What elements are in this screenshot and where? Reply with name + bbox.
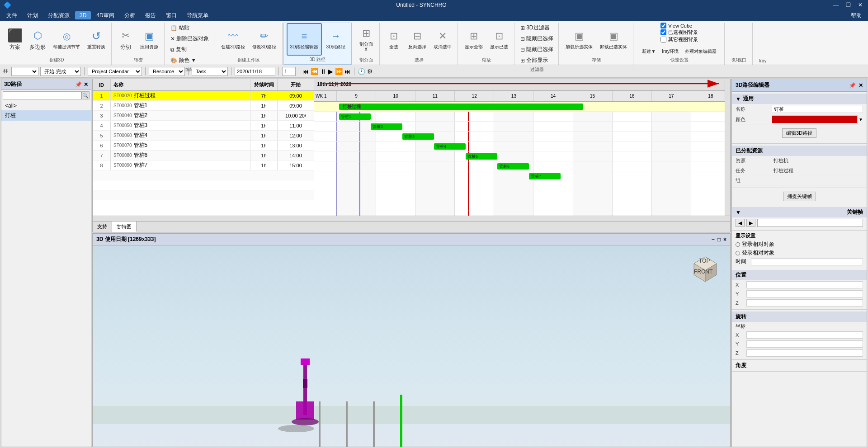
- col-dropdown[interactable]: [11, 67, 38, 76]
- gantt-bar-3[interactable]: 管桩3: [402, 133, 434, 140]
- btn-copy[interactable]: ⧉ 复制: [168, 44, 211, 55]
- close-button[interactable]: ✕: [856, 2, 864, 8]
- play-fwd-btn[interactable]: ⏩: [335, 68, 343, 75]
- btn-select-all[interactable]: ⊡ 全选: [383, 23, 404, 56]
- btn-load-sel-solid[interactable]: ▣ 加载所选实体: [562, 23, 596, 56]
- btn-cancel-select[interactable]: ✕ 取消选中: [430, 23, 455, 56]
- btn-new-env[interactable]: 新建▼: [640, 47, 658, 56]
- bottom-maximize-btn[interactable]: □: [717, 236, 721, 243]
- btn-show-selected[interactable]: ⊡ 显示已选: [487, 23, 511, 56]
- rotation-y-input[interactable]: [746, 340, 863, 348]
- btn-reverse-select[interactable]: ⊟ 反向选择: [405, 23, 429, 56]
- view-cube-checkbox[interactable]: [660, 23, 666, 28]
- table-row[interactable]: 5 ST00060 管桩4 1h 12:00: [93, 131, 314, 141]
- calendar-dropdown[interactable]: Project Calendar: [88, 67, 142, 76]
- menu-help[interactable]: 帮助: [846, 11, 866, 20]
- btn-delete-sel[interactable]: ✕ 删除已选对象: [168, 33, 211, 44]
- table-row[interactable]: 8 ST00090 管桩7 1h 15:00: [93, 160, 314, 170]
- minimize-button[interactable]: —: [831, 2, 840, 8]
- tab-support[interactable]: 支持: [93, 222, 112, 232]
- gantt-bar-4[interactable]: 管桩4: [434, 143, 466, 150]
- menu-file[interactable]: 文件: [2, 11, 22, 20]
- bottom-minimize-btn[interactable]: −: [712, 236, 715, 243]
- menu-analyze[interactable]: 分析: [120, 11, 140, 20]
- play-end-btn[interactable]: ⏭: [344, 68, 351, 75]
- menu-4d[interactable]: 4D审阅: [92, 11, 118, 20]
- btn-capture-node[interactable]: ◎ 帮捕捉调节节: [50, 23, 83, 56]
- key-nav-prev[interactable]: ◀: [736, 219, 745, 227]
- rotation-x-input[interactable]: [746, 331, 863, 339]
- right-panel-pin-icon[interactable]: 📌: [849, 82, 856, 89]
- table-row[interactable]: 3 ST00040 管桩2 1h 10:00 20/: [93, 111, 314, 121]
- gantt-bar-1[interactable]: 管桩1: [339, 113, 371, 120]
- gantt-v-scroll[interactable]: [725, 79, 730, 216]
- page-input[interactable]: [282, 67, 296, 76]
- btn-hide-already[interactable]: ⊟ 隐藏已选择: [518, 44, 556, 55]
- rotation-z-input[interactable]: [746, 349, 863, 357]
- btn-apply-resource[interactable]: ▣ 应用资源: [137, 23, 161, 56]
- bottom-close-btn[interactable]: ×: [723, 236, 726, 243]
- pin-icon[interactable]: 📌: [75, 81, 82, 88]
- search-button[interactable]: 🔍: [81, 91, 90, 99]
- pos-z-input[interactable]: [746, 299, 863, 307]
- table-row[interactable]: 6 ST00070 管桩5 1h 13:00: [93, 141, 314, 151]
- btn-reset-transform[interactable]: ↺ 重置转换: [84, 23, 108, 56]
- gantt-bar-5[interactable]: 管桩5: [466, 153, 497, 160]
- btn-unload-sel[interactable]: ▣ 卸载已选实体: [597, 23, 630, 56]
- date-input[interactable]: [235, 67, 275, 76]
- btn-3d-to-path[interactable]: → 3D到路径: [323, 23, 349, 56]
- gantt-bar-6[interactable]: 管桩6: [497, 163, 529, 170]
- menu-nav[interactable]: 导航菜单: [182, 11, 213, 20]
- btn-3d-path-editor[interactable]: ≡ 3D路径编辑器: [287, 23, 322, 56]
- btn-outer-env[interactable]: 外观对象编辑器: [683, 47, 719, 56]
- menu-plan[interactable]: 计划: [23, 11, 42, 20]
- menu-3d[interactable]: 3D: [75, 11, 91, 19]
- name-input[interactable]: [772, 105, 863, 113]
- tree-item-pile[interactable]: 打桩: [1, 110, 91, 121]
- pos-x-input[interactable]: [746, 281, 863, 288]
- scroll-track[interactable]: [93, 216, 730, 221]
- table-row[interactable]: 1 ST00020 打桩过程 7h 09:00: [93, 91, 314, 101]
- maximize-button[interactable]: ❐: [844, 2, 853, 8]
- radio-1[interactable]: [736, 242, 740, 247]
- table-row[interactable]: 7 ST00080 管桩6 1h 14:00: [93, 151, 314, 160]
- edit-3d-path-button[interactable]: 编辑3D路径: [782, 128, 816, 138]
- gantt-h-scroll[interactable]: [93, 216, 730, 221]
- btn-show-all2[interactable]: ⊞ 全部显示: [518, 55, 556, 66]
- menu-report[interactable]: 报告: [141, 11, 160, 20]
- btn-color[interactable]: 🎨 颜色 ▼: [168, 55, 211, 66]
- tree-item-all[interactable]: <all>: [1, 101, 91, 110]
- btn-section-x[interactable]: ⊞ 剖分面X: [356, 23, 377, 56]
- 3d-viewport[interactable]: TOP FRONT: [93, 245, 730, 447]
- table-row[interactable]: 2 ST00030 管桩1 1h 09:00: [93, 101, 314, 111]
- btn-3d-filter[interactable]: ⊞ 3D过滤器: [518, 23, 556, 33]
- right-panel-icons[interactable]: 📌 ✕: [849, 82, 863, 89]
- color-dropdown-icon[interactable]: ▼: [859, 117, 863, 122]
- selected-view-bg-checkbox[interactable]: [660, 29, 666, 35]
- prop-section-assigned-header[interactable]: 已分配资源: [732, 146, 867, 156]
- left-panel-icons[interactable]: 📌 ✕: [75, 81, 88, 88]
- window-controls[interactable]: — ❐ ✕: [831, 2, 864, 8]
- key-input[interactable]: [757, 219, 863, 227]
- play-pause-btn[interactable]: ⏸: [320, 68, 326, 75]
- resource-dropdown[interactable]: Resource: [149, 67, 185, 76]
- tab-gantt[interactable]: 甘特图: [112, 222, 137, 232]
- table-row[interactable]: 4 ST00050 管桩3 1h 11:00: [93, 121, 314, 131]
- menu-assign[interactable]: 分配资源: [43, 11, 74, 20]
- other-view-bg-checkbox[interactable]: [660, 37, 666, 42]
- search-input[interactable]: [3, 91, 81, 99]
- btn-modify-3d-path[interactable]: ✏ 修改3D路径: [249, 23, 279, 56]
- task-dropdown[interactable]: Task: [192, 67, 228, 76]
- right-panel-close-icon[interactable]: ✕: [859, 82, 863, 89]
- btn-iray-env[interactable]: Iray环境: [660, 47, 681, 56]
- pos-y-input[interactable]: [746, 290, 863, 297]
- toolbar-settings-icon[interactable]: ⚙: [367, 68, 373, 75]
- start-finish-dropdown[interactable]: 开始-完成: [40, 67, 81, 76]
- btn-box[interactable]: ⬛ 方案: [5, 23, 25, 56]
- gantt-bar-2[interactable]: 管桩2: [371, 123, 402, 130]
- btn-paste[interactable]: 📋 粘贴: [168, 23, 211, 33]
- menu-window[interactable]: 窗口: [161, 11, 181, 20]
- time-input[interactable]: [751, 258, 863, 265]
- close-left-panel-icon[interactable]: ✕: [84, 81, 88, 88]
- btn-polygon[interactable]: ⬡ 多边形: [26, 23, 49, 56]
